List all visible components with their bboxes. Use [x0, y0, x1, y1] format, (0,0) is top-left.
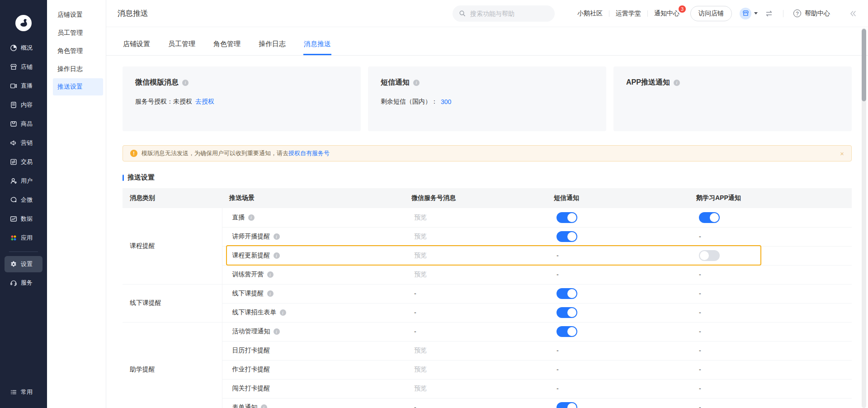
tab-4[interactable]: 消息推送 — [303, 34, 331, 55]
sms-notify-cell — [547, 227, 689, 246]
sms-notify-toggle[interactable] — [557, 307, 577, 318]
info-icon[interactable] — [274, 252, 280, 259]
help-center[interactable]: 帮助中心 — [793, 9, 830, 18]
sidebar-item-frequent[interactable]: 常用 — [0, 383, 47, 402]
column-header-3: 短信通知 — [547, 188, 689, 208]
submenu-item-2[interactable]: 角色管理 — [47, 42, 106, 60]
go-authorize-link[interactable]: 去授权 — [195, 98, 214, 106]
sidebar-item-overview[interactable]: 概况 — [0, 38, 47, 57]
tab-1[interactable]: 员工管理 — [168, 34, 196, 55]
preview-link[interactable]: 预览 — [414, 346, 427, 354]
collapse-icon[interactable] — [849, 9, 857, 18]
scene-label: 表单通知 — [232, 403, 258, 408]
authorize-service-link[interactable]: 授权自有服务号 — [288, 149, 330, 157]
preview-link[interactable]: 预览 — [414, 384, 427, 392]
app-notify-cell: - — [689, 398, 852, 408]
chevron-down-icon[interactable] — [754, 12, 758, 14]
info-icon[interactable] — [674, 80, 680, 86]
preview-link[interactable]: 预览 — [414, 251, 427, 259]
sidebar-item-label: 常用 — [21, 388, 33, 396]
app-notify-cell: - — [689, 379, 852, 398]
scene: 活动管理通知 — [232, 327, 404, 336]
table-row: 训练营开营预览-- — [123, 265, 852, 284]
info-icon[interactable] — [267, 271, 274, 278]
toggle-knob — [567, 232, 576, 241]
info-icon[interactable] — [274, 233, 280, 240]
sms-notify-toggle[interactable] — [557, 288, 577, 299]
sidebar-item-live[interactable]: 直播 — [0, 76, 47, 95]
submenu-item-3[interactable]: 操作日志 — [47, 60, 106, 78]
dash-value: - — [699, 233, 701, 240]
info-icon[interactable] — [413, 80, 420, 86]
tab-0[interactable]: 店铺设置 — [123, 34, 151, 55]
app-notify-cell: - — [689, 265, 852, 284]
info-icon[interactable] — [274, 328, 280, 335]
scrollbar-thumb[interactable] — [862, 29, 866, 101]
top-link-2[interactable]: 通知中心3 — [654, 9, 679, 18]
sidebar-item-label: 设置 — [21, 260, 33, 268]
sidebar-item-service[interactable]: 服务 — [0, 273, 47, 292]
brand-logo[interactable] — [15, 15, 32, 31]
info-icon[interactable] — [267, 290, 274, 297]
shop-avatar[interactable] — [740, 8, 751, 19]
info-icon[interactable] — [261, 404, 267, 408]
info-icon[interactable] — [280, 309, 286, 316]
sidebar-item-users[interactable]: 用户 — [0, 171, 47, 190]
scene-cell: 讲师开播提醒 — [222, 227, 404, 246]
dash-value: - — [699, 271, 701, 278]
card-app-push: APP推送通知 — [613, 66, 852, 131]
tab-2[interactable]: 角色管理 — [213, 34, 241, 55]
dash-value: - — [699, 328, 701, 335]
topbar-divider — [783, 10, 783, 17]
submenu-item-0[interactable]: 店铺设置 — [47, 6, 106, 24]
sms-notify-toggle[interactable] — [557, 212, 577, 223]
sms-remaining-value[interactable]: 300 — [441, 98, 451, 105]
scrollbar-track[interactable] — [862, 28, 866, 408]
tab-3[interactable]: 操作日志 — [258, 34, 286, 55]
search-icon — [459, 10, 466, 17]
preview-link[interactable]: 预览 — [414, 232, 427, 240]
sms-notify-toggle[interactable] — [557, 402, 577, 408]
switch-shop-icon[interactable] — [765, 9, 773, 18]
summary-cards: 微信模版消息 服务号授权：未授权 去授权 短信通知 — [123, 66, 852, 131]
sidebar-item-wecom[interactable]: 企微 — [0, 190, 47, 209]
dash-value: - — [414, 328, 416, 335]
sidebar-item-label: 服务 — [21, 279, 33, 287]
preview-link[interactable]: 预览 — [414, 365, 427, 373]
submenu-item-4[interactable]: 推送设置 — [53, 78, 103, 95]
sidebar-item-goods[interactable]: 商品 — [0, 114, 47, 133]
sidebar-item-apps[interactable]: 应用 — [0, 228, 47, 247]
dash-value: - — [557, 271, 559, 278]
sidebar-item-label: 店铺 — [21, 63, 33, 71]
dash-value: - — [699, 347, 701, 354]
sms-notify-cell — [547, 398, 689, 408]
info-icon[interactable] — [182, 80, 189, 86]
warning-icon — [130, 150, 137, 157]
submenu-item-1[interactable]: 员工管理 — [47, 24, 106, 42]
sidebar-item-label: 商品 — [21, 120, 33, 128]
sidebar-item-content[interactable]: 内容 — [0, 95, 47, 114]
visit-shop-button[interactable]: 访问店铺 — [690, 6, 732, 21]
sms-notify-toggle[interactable] — [557, 231, 577, 242]
sms-notify-toggle[interactable] — [557, 326, 577, 337]
sidebar-item-shop[interactable]: 店铺 — [0, 57, 47, 76]
sidebar-item-settings[interactable]: 设置 — [5, 256, 42, 272]
preview-link[interactable]: 预览 — [414, 270, 427, 278]
search-input[interactable] — [469, 9, 548, 18]
app-notify-toggle[interactable] — [699, 250, 720, 261]
top-link-1[interactable]: 运营学堂 — [616, 9, 641, 18]
top-link-0[interactable]: 小鹅社区 — [577, 9, 603, 18]
scene: 作业打卡提醒 — [232, 365, 404, 374]
preview-link[interactable]: 预览 — [414, 213, 427, 221]
app-notify-cell — [689, 246, 852, 265]
wecom-icon — [10, 196, 17, 204]
info-icon[interactable] — [248, 214, 255, 221]
close-icon[interactable]: × — [840, 150, 844, 157]
sidebar-item-trade[interactable]: 交易 — [0, 152, 47, 171]
scene-cell: 课程更新提醒 — [222, 246, 404, 265]
scene-label: 讲师开播提醒 — [232, 232, 270, 241]
sidebar-item-marketing[interactable]: 营销 — [0, 133, 47, 152]
sidebar-item-data[interactable]: 数据 — [0, 209, 47, 228]
tabbar: 店铺设置员工管理角色管理操作日志消息推送 — [106, 27, 868, 56]
app-notify-toggle[interactable] — [699, 212, 720, 223]
